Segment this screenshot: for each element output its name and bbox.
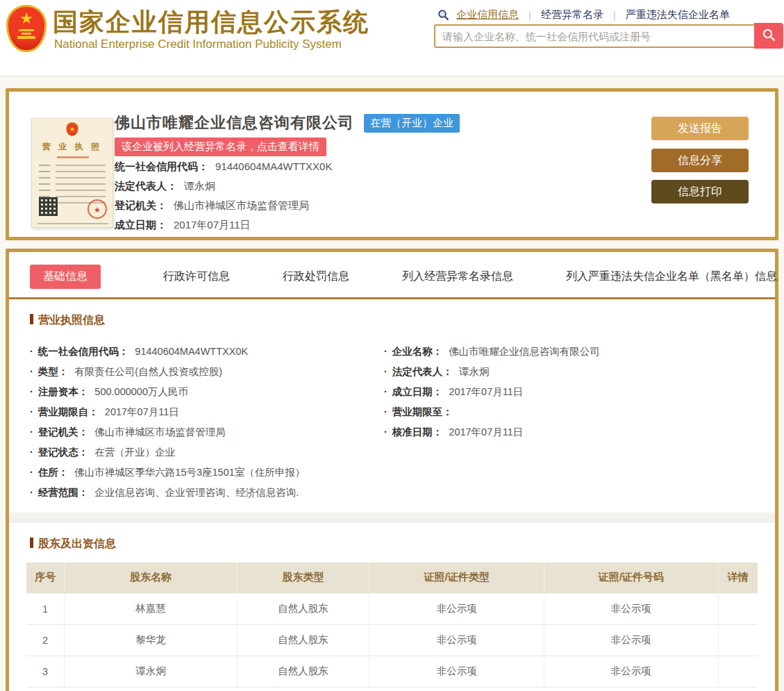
field-row: 营业期限至： bbox=[384, 402, 759, 422]
license-info-section-title: 营业执照信息 bbox=[30, 313, 775, 328]
shareholder-table: 序号 股东名称 股东类型 证照/证件类型 证照/证件号码 详情 1 林嘉慧 自然… bbox=[26, 563, 758, 688]
site-header: ★ 国家企业信用信息公示系统 National Enterprise Credi… bbox=[0, 0, 784, 76]
share-info-button[interactable]: 信息分享 bbox=[651, 149, 749, 172]
col-header-detail: 详情 bbox=[718, 563, 758, 593]
license-emblem-icon: ★ bbox=[66, 122, 78, 136]
field-row: 法定代表人：谭永炯 bbox=[384, 362, 759, 382]
national-emblem-logo: ★ bbox=[6, 5, 47, 52]
field-row: 注册资本：500.000000万人民币 bbox=[30, 382, 370, 402]
field-row: 类型：有限责任公司(自然人投资或控股) bbox=[30, 362, 370, 382]
field-row: 营业期限自：2017年07月11日 bbox=[30, 402, 370, 422]
send-report-button[interactable]: 发送报告 bbox=[651, 117, 749, 140]
company-summary-fields: 统一社会信用代码：91440604MA4WTTXX0K 法定代表人：谭永炯 登记… bbox=[115, 157, 332, 235]
field-row: 登记状态：在营（开业）企业 bbox=[30, 442, 370, 463]
license-info-fields: 统一社会信用代码：91440604MA4WTTXX0K 类型：有限责任公司(自然… bbox=[9, 342, 775, 503]
nav-link-abnormal-list[interactable]: 经营异常名录 bbox=[541, 8, 603, 22]
field-row: 成立日期：2017年07月11日 bbox=[384, 382, 759, 402]
col-header-shareholder-name: 股东名称 bbox=[65, 563, 237, 593]
field-row: 企业名称：佛山市唯耀企业信息咨询有限公司 bbox=[384, 342, 759, 362]
field-row: 法定代表人：谭永炯 bbox=[115, 176, 332, 196]
site-subtitle: National Enterprise Credit Information P… bbox=[54, 38, 342, 51]
company-detail-card: 基础信息 行政许可信息 行政处罚信息 列入经营异常名录信息 列入严重违法失信企业… bbox=[6, 249, 778, 691]
abnormal-warning-banner[interactable]: 该企业被列入经营异常名录，点击查看详情 bbox=[115, 138, 326, 156]
search-bar bbox=[434, 23, 783, 49]
search-icon bbox=[437, 9, 449, 21]
search-input[interactable] bbox=[434, 24, 754, 48]
col-header-index: 序号 bbox=[26, 563, 65, 593]
section-title-bar bbox=[30, 538, 33, 548]
red-seal-icon: ★ bbox=[87, 199, 107, 219]
site-title: 国家企业信用信息公示系统 bbox=[53, 6, 369, 40]
table-row: 2 黎华龙 自然人股东 非公示项 非公示项 bbox=[26, 624, 758, 656]
company-summary-card: ★ 营 业 执 照 ★ 佛山市唯耀企业信息咨询有限公司 在营（开业）企业 该企业… bbox=[6, 88, 778, 240]
emblem-star-icon: ★ bbox=[19, 10, 33, 28]
emblem-gate-icon bbox=[19, 29, 34, 31]
tab-basic-info[interactable]: 基础信息 bbox=[30, 265, 101, 289]
col-header-shareholder-type: 股东类型 bbox=[237, 563, 369, 593]
tab-admin-penalty[interactable]: 行政处罚信息 bbox=[283, 269, 349, 284]
field-row: 统一社会信用代码：91440604MA4WTTXX0K bbox=[115, 157, 332, 176]
search-button[interactable] bbox=[754, 23, 783, 49]
nav-separator: | bbox=[613, 9, 616, 21]
table-row: 3 谭永炯 自然人股东 非公示项 非公示项 bbox=[26, 656, 758, 687]
table-header-row: 序号 股东名称 股东类型 证照/证件类型 证照/证件号码 详情 bbox=[26, 563, 758, 593]
shareholder-section-title: 股东及出资信息 bbox=[30, 537, 775, 551]
field-row: 成立日期：2017年07月11日 bbox=[115, 215, 332, 235]
section-title-bar bbox=[30, 314, 33, 324]
search-icon bbox=[762, 28, 776, 44]
search-category-nav: 企业信用信息 | 经营异常名录 | 严重违法失信企业名单 bbox=[437, 8, 781, 22]
qr-code bbox=[39, 197, 58, 216]
detail-tabbar: 基础信息 行政许可信息 行政处罚信息 列入经营异常名录信息 列入严重违法失信企业… bbox=[9, 252, 775, 299]
field-row: 统一社会信用代码：91440604MA4WTTXX0K bbox=[30, 342, 370, 362]
col-header-cert-type: 证照/证件类型 bbox=[369, 563, 544, 593]
nav-separator: | bbox=[528, 9, 531, 21]
field-row: 核准日期：2017年07月11日 bbox=[384, 422, 759, 442]
business-license-image: ★ 营 业 执 照 ★ bbox=[31, 118, 113, 228]
field-row: 登记机关：佛山市禅城区市场监督管理局 bbox=[30, 422, 370, 442]
tab-admin-license[interactable]: 行政许可信息 bbox=[163, 269, 230, 284]
tab-blacklist[interactable]: 列入严重违法失信企业名单（黑名单）信息 bbox=[566, 269, 777, 284]
field-row: 登记机关：佛山市禅城区市场监督管理局 bbox=[115, 196, 332, 215]
status-badge: 在营（开业）企业 bbox=[364, 114, 460, 133]
field-row: 经营范围：企业信息咨询、企业管理咨询、经济信息咨询. bbox=[30, 483, 370, 503]
print-info-button[interactable]: 信息打印 bbox=[651, 180, 749, 203]
field-row: 住所：佛山市禅城区季华六路15号3座1501室（住所申报） bbox=[30, 463, 370, 483]
company-name: 佛山市唯耀企业信息咨询有限公司 bbox=[115, 113, 354, 133]
col-header-cert-number: 证照/证件号码 bbox=[544, 563, 718, 593]
table-row: 1 林嘉慧 自然人股东 非公示项 非公示项 bbox=[26, 593, 758, 624]
nav-link-illegal-list[interactable]: 严重违法失信企业名单 bbox=[626, 8, 730, 22]
nav-link-enterprise-credit[interactable]: 企业信用信息 bbox=[456, 8, 519, 22]
section-divider bbox=[9, 513, 775, 523]
license-title: 营 业 执 照 bbox=[32, 141, 112, 153]
tab-abnormal-list[interactable]: 列入经营异常名录信息 bbox=[402, 269, 513, 284]
